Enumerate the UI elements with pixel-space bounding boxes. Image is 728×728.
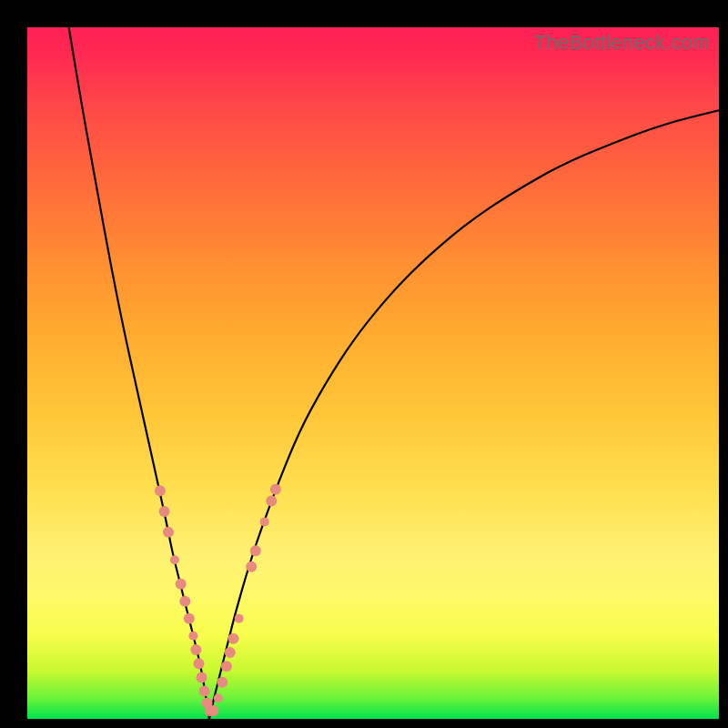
curve-marker (228, 633, 239, 644)
curve-marker (246, 561, 257, 572)
curve-marker (184, 613, 195, 624)
curve-marker (266, 496, 277, 507)
curve-marker (260, 517, 269, 526)
curve-marker (190, 644, 201, 655)
curve-marker (250, 545, 261, 556)
curve-marker (225, 647, 236, 658)
curve-marker (155, 485, 166, 496)
curve-marker (235, 614, 244, 623)
curve-right (209, 110, 719, 719)
curve-marker (199, 686, 210, 697)
curve-marker (188, 632, 197, 641)
curve-marker (197, 672, 207, 682)
marker-group (155, 484, 281, 716)
curve-marker (221, 661, 232, 672)
curve-marker (214, 693, 223, 703)
curve-marker (170, 555, 179, 564)
curve-marker (163, 527, 174, 538)
curve-marker (217, 677, 228, 688)
curve-marker (159, 506, 170, 517)
curve-marker (270, 484, 281, 495)
chart-frame: TheBottleneck.com (0, 0, 728, 728)
curve-marker (176, 579, 187, 590)
curve-marker (179, 596, 190, 607)
chart-svg (27, 27, 719, 719)
curve-marker (207, 705, 218, 716)
chart-plot-area: TheBottleneck.com (27, 27, 719, 719)
curve-marker (194, 658, 205, 669)
